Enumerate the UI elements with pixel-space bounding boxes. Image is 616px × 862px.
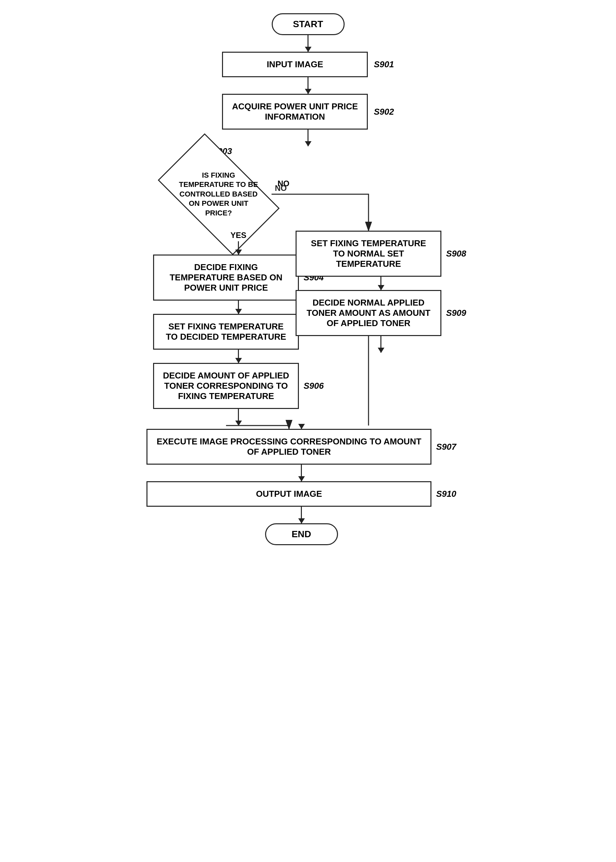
split-layout: YES DECIDE FIXING TEMPERATURE BASED ON P…: [159, 231, 444, 426]
s901-label: S901: [374, 59, 394, 69]
s909-label: S909: [446, 308, 466, 318]
s907-label: S907: [436, 442, 456, 452]
end-terminal: END: [265, 523, 338, 545]
s906-box: DECIDE AMOUNT OF APPLIED TONER CORRESPON…: [153, 363, 299, 409]
s902-row: ACQUIRE POWER UNIT PRICE INFORMATION S90…: [222, 94, 394, 130]
s908-label: S908: [446, 249, 466, 259]
s909-box: DECIDE NORMAL APPLIED TONER AMOUNT AS AM…: [295, 290, 442, 336]
s907-box: EXECUTE IMAGE PROCESSING CORRESPONDING T…: [146, 429, 431, 465]
yes-label: YES: [230, 231, 246, 240]
flowchart: START INPUT IMAGE S901 ACQUIRE POWER UNI…: [143, 13, 474, 545]
s910-label: S910: [436, 489, 456, 499]
arrow-s909-merge: [380, 336, 381, 352]
s901-label-wrap: S901: [374, 59, 394, 69]
yes-col: YES DECIDE FIXING TEMPERATURE BASED ON P…: [166, 231, 311, 426]
s903-diamond-wrap: IS FIXING TEMPERATURE TO BE CONTROLLED B…: [159, 158, 278, 231]
s903-area: S903 IS FIXING TEMPERATURE TO BE CONTROL…: [159, 146, 444, 231]
s905-box: SET FIXING TEMPERATURE TO DECIDED TEMPER…: [153, 314, 299, 350]
arrow-s907-s910: [301, 465, 302, 481]
s903-diamond-col: S903 IS FIXING TEMPERATURE TO BE CONTROL…: [159, 146, 278, 231]
yes-arrow-area: YES: [230, 231, 246, 255]
s910-row: OUTPUT IMAGE S910: [146, 481, 456, 507]
arrow-s910-end: [301, 507, 302, 523]
arrow-start-to-s901: [308, 35, 308, 52]
no-label: NO: [278, 179, 290, 188]
s901-row: INPUT IMAGE S901: [222, 52, 394, 77]
s902-label-wrap: S902: [374, 107, 394, 117]
no-col: SET FIXING TEMPERATURE TO NORMAL SET TEM…: [311, 231, 451, 352]
s910-box: OUTPUT IMAGE: [146, 481, 431, 507]
end-terminal-wrap: END: [265, 523, 338, 545]
arrow-merge-s907: [301, 426, 302, 429]
s904-box: DECIDE FIXING TEMPERATURE BASED ON POWER…: [153, 255, 299, 300]
start-terminal: START: [272, 13, 345, 35]
s902-box: ACQUIRE POWER UNIT PRICE INFORMATION: [222, 94, 368, 130]
arrow-s902-to-s903: [308, 130, 308, 146]
arrow-s901-to-s902: [308, 77, 308, 94]
arrow-s905-s906: [238, 350, 239, 363]
arrow-s904-s905: [238, 300, 239, 314]
yes-branch-area: YES DECIDE FIXING TEMPERATURE BASED ON P…: [159, 231, 444, 426]
s902-label: S902: [374, 107, 394, 116]
arrow-s906-merge: [238, 409, 239, 426]
s909-row: DECIDE NORMAL APPLIED TONER AMOUNT AS AM…: [295, 290, 466, 336]
s908-box: SET FIXING TEMPERATURE TO NORMAL SET TEM…: [295, 231, 442, 277]
s907-row: EXECUTE IMAGE PROCESSING CORRESPONDING T…: [146, 429, 456, 465]
s906-label: S906: [303, 381, 324, 391]
s906-row: DECIDE AMOUNT OF APPLIED TONER CORRESPON…: [153, 363, 324, 409]
s908-row: SET FIXING TEMPERATURE TO NORMAL SET TEM…: [295, 231, 466, 277]
arrow-yes: [238, 241, 239, 255]
s903-diamond-text: IS FIXING TEMPERATURE TO BE CONTROLLED B…: [179, 171, 258, 218]
arrow-s908-s909: [380, 277, 381, 290]
s901-box: INPUT IMAGE: [222, 52, 368, 77]
